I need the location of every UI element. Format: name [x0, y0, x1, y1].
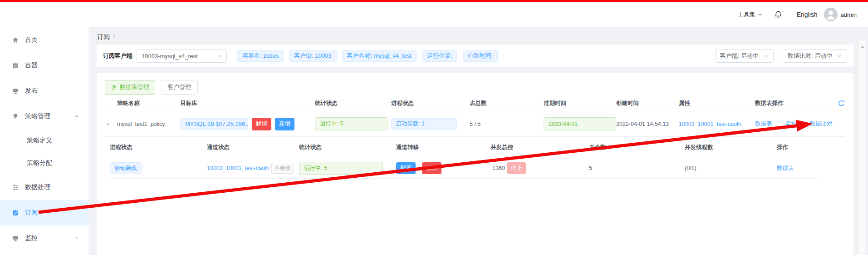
sidebar-item-label: 策略分配 [27, 159, 52, 167]
sidebar-item-label: 策略定义 [27, 136, 52, 145]
client-status-select[interactable]: 客户端: 启动中 [715, 49, 774, 63]
col-concurrency-control: 并发总控 [490, 144, 589, 151]
client-select-label: 订阅客户端 [103, 52, 132, 60]
client-select-value: 10003-mysql_v4_test [142, 53, 198, 60]
stat-status-badge: 运行中: 5 [315, 117, 387, 130]
col-thread-count: 并发线程数 [685, 144, 777, 151]
client-info-tags: 容器名: zcbus 客户ID: 10003 客户名称: mysql_v4_te… [237, 50, 498, 62]
create-time-value: 2022-04-01 14:54:13 [616, 121, 679, 127]
tag-client-name: 客户名称: mysql_v4_test [342, 50, 417, 62]
client-status-value: 客户端: 启动中 [720, 52, 759, 60]
table-total-value: 5 / 5 [470, 121, 544, 127]
col-policy-name: 策略名称 [117, 100, 180, 107]
collapse-row-icon[interactable] [105, 121, 117, 127]
col-process-status: 进程状态 [391, 100, 470, 107]
breadcrumb-current: 订阅 [97, 33, 110, 40]
sidebar-item-data-processing[interactable]: 数据处理 [0, 175, 88, 200]
sidebar-item-label: 容器 [25, 61, 38, 70]
stat-status-badge: 运行中: 5 [299, 162, 383, 175]
db-manage-label: 数据库管理 [120, 83, 149, 91]
breadcrumb-separator: / [113, 33, 115, 40]
policy-table-row: mysql_test1_policy MYSQL:39.107.25.196:.… [105, 111, 845, 137]
data-compare-link[interactable]: 数据比对 [810, 120, 833, 128]
sidebar-item-policy-mgmt[interactable]: 策略管理 [0, 104, 88, 129]
add-button[interactable]: 新增 [275, 118, 294, 130]
col-stat-status: 统计状态 [315, 100, 391, 107]
table-count-value: 5 [589, 165, 685, 171]
notification-bell-icon[interactable] [774, 10, 782, 19]
user-icon [824, 8, 838, 21]
scrollbar-up-icon[interactable] [860, 43, 865, 50]
sidebar-item-home[interactable]: 首页 [0, 27, 88, 53]
bulb-icon [12, 113, 19, 120]
tag-client-id: 客户ID: 10003 [289, 50, 336, 62]
refresh-icon[interactable] [838, 100, 845, 107]
monitor-icon [12, 235, 19, 242]
tag-heartbeat: 心跳时间: [463, 50, 498, 62]
sidebar-item-publish[interactable]: 发布 [0, 78, 88, 104]
policy-name: mysql_test1_policy [117, 121, 180, 127]
channel-table: 进程状态 通道状态 统计状态 通道转移 并发总控 表个数 并发线程数 操作 启动… [110, 137, 819, 179]
sidebar-item-label: 首页 [25, 36, 38, 44]
toolset-label: 工具集 [738, 10, 755, 19]
db-manage-button[interactable]: 数据库管理 [105, 80, 155, 95]
col-action: 操作 [777, 144, 819, 151]
chevron-down-icon [74, 235, 79, 241]
tag-run-location: 运行位置: [422, 50, 457, 62]
avatar[interactable] [824, 8, 838, 21]
client-manage-button[interactable]: 客户管理 [161, 80, 198, 95]
sidebar-item-containers[interactable]: 容器 [0, 53, 88, 78]
sidebar-item-label: 数据处理 [25, 183, 50, 191]
main-content: 订阅/ 订阅客户端 10003-mysql_v4_test 容器名: zcbus… [89, 27, 868, 255]
data-table-link[interactable]: 数据表 [755, 120, 772, 128]
channel-table-row: 启动装载 10003_10001_test-caolh 不检查 运行中: 5 配… [110, 158, 819, 179]
username-label: admin [841, 11, 857, 18]
chevron-down-icon [763, 53, 769, 59]
sidebar-item-label: 策略管理 [25, 112, 50, 120]
sidebar-item-policy-define[interactable]: 策略定义 [0, 129, 88, 152]
process-status-badge: 启动装载: 1 [391, 118, 457, 130]
tag-container-name: 容器名: zcbus [237, 50, 284, 62]
col-table-count: 表个数 [589, 144, 685, 151]
gear-icon [111, 84, 117, 90]
col-expire-time: 过期时间 [544, 100, 616, 107]
thread-count-value: (0/1) [685, 165, 777, 171]
data-table-link[interactable]: 数据表 [777, 165, 794, 171]
policy-table-header: 策略名称 目标库 统计状态 进程状态 表总数 过期时间 创建时间 属性 数据表操… [105, 95, 845, 111]
chevron-down-icon [758, 12, 762, 17]
target-db-tag[interactable]: MYSQL:39.107.25.196:... [180, 118, 248, 130]
monitor-link[interactable]: 监控 [785, 120, 797, 128]
col-target-db: 目标库 [180, 100, 315, 107]
sidebar-item-subscription[interactable]: 订阅 [0, 200, 88, 225]
client-select[interactable]: 10003-mysql_v4_test [137, 49, 227, 63]
config-button[interactable]: 配置 [396, 162, 416, 174]
concurrency-value: 1360 [492, 165, 505, 171]
language-switcher[interactable]: English [797, 11, 818, 18]
unbind-button[interactable]: 解绑 [422, 162, 441, 174]
filter-bar: 订阅客户端 10003-mysql_v4_test 容器名: zcbus 客户I… [97, 45, 853, 67]
sidebar: 首页 容器 发布 策略管理 策略定义 策略分配 数据处理 订阅 [0, 27, 89, 255]
col-channel-transfer: 通道转移 [396, 144, 490, 151]
breadcrumb: 订阅/ [97, 33, 115, 41]
sliders-icon [12, 184, 19, 191]
attribute-link[interactable]: 10003_10001_test-caolh [679, 121, 741, 127]
chevron-down-icon [216, 53, 222, 59]
client-manage-label: 客户管理 [167, 83, 191, 91]
toolset-dropdown[interactable]: 工具集 [738, 10, 762, 19]
app-header: 工具集 English admin [0, 2, 868, 27]
panel-toolbar: 数据库管理 客户管理 [105, 80, 845, 95]
home-icon [12, 36, 19, 44]
sidebar-item-policy-assign[interactable]: 策略分配 [0, 152, 88, 175]
chevron-up-icon [74, 114, 79, 119]
col-stat-status: 统计状态 [299, 144, 396, 151]
nocheck-badge: 不检查 [271, 163, 294, 174]
compare-status-select[interactable]: 数据比对: 启动中 [783, 49, 847, 63]
channel-link[interactable]: 10003_10001_test-caolh [207, 165, 270, 171]
stop-button[interactable]: 停止 [507, 162, 526, 174]
channel-table-header: 进程状态 通道状态 统计状态 通道转移 并发总控 表个数 并发线程数 操作 [110, 137, 819, 158]
vertical-scrollbar[interactable] [859, 40, 865, 255]
process-status-badge: 启动装载 [110, 162, 142, 174]
sidebar-item-monitor[interactable]: 监控 [0, 225, 88, 251]
col-attribute: 属性 [679, 100, 755, 107]
unbind-button[interactable]: 解绑 [252, 118, 271, 130]
